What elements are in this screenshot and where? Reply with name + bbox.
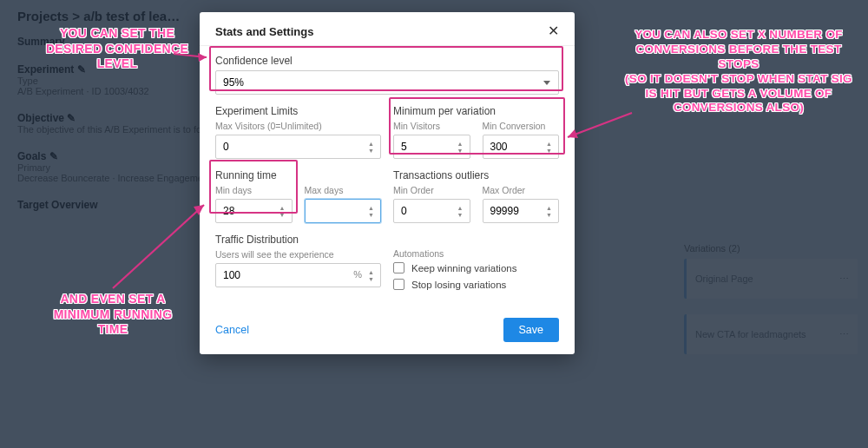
modal-title: Stats and Settings bbox=[215, 25, 313, 38]
save-button[interactable]: Save bbox=[503, 318, 560, 342]
transaction-outliers-label: Transactions outliers bbox=[393, 169, 559, 181]
traffic-distribution-label: Traffic Distribution bbox=[215, 234, 381, 246]
close-button[interactable]: ✕ bbox=[548, 24, 559, 38]
min-conversion-input[interactable] bbox=[483, 135, 560, 159]
annotation-conversions: YOU CAN ALSO SET X NUMBER OF CONVERSIONS… bbox=[621, 28, 856, 115]
keep-winning-label: Keep winning variations bbox=[411, 263, 516, 273]
max-visitors-input[interactable] bbox=[215, 135, 381, 159]
running-time-label: Running time bbox=[215, 169, 381, 181]
confidence-label: Confidence level bbox=[215, 55, 559, 67]
stats-settings-modal: Stats and Settings ✕ Confidence level 95… bbox=[200, 12, 575, 354]
annotation-running-time: AND EVEN SET A MINIMUM RUNNING TIME bbox=[39, 292, 187, 338]
automations-label: Automations bbox=[393, 248, 559, 259]
confidence-select[interactable]: 95% bbox=[215, 70, 559, 95]
stop-losing-label: Stop losing variations bbox=[411, 280, 506, 290]
min-conversion-label: Min Conversion bbox=[483, 121, 560, 131]
max-order-input[interactable] bbox=[483, 199, 560, 223]
min-order-label: Min Order bbox=[393, 185, 470, 195]
close-icon: ✕ bbox=[548, 23, 559, 38]
keep-winning-checkbox[interactable] bbox=[393, 262, 404, 273]
cancel-button[interactable]: Cancel bbox=[215, 324, 249, 336]
experiment-limits-label: Experiment Limits bbox=[215, 105, 381, 117]
traffic-sub: Users will see the experience bbox=[215, 249, 381, 260]
min-days-label: Min days bbox=[215, 185, 293, 195]
annotation-confidence: YOU CAN SET THE DESIRED CONFIDENCE LEVEL bbox=[35, 26, 200, 72]
min-visitors-label: Min Visitors bbox=[393, 121, 470, 131]
max-days-label: Max days bbox=[305, 185, 382, 195]
max-visitors-label: Max Visitors (0=Unlimited) bbox=[215, 121, 381, 131]
stop-losing-checkbox[interactable] bbox=[393, 279, 404, 290]
percent-suffix: % bbox=[353, 269, 362, 280]
min-per-variation-label: Minimum per variation bbox=[393, 105, 559, 117]
min-days-input[interactable] bbox=[215, 199, 293, 223]
min-visitors-input[interactable] bbox=[393, 135, 470, 159]
min-order-input[interactable] bbox=[393, 199, 470, 223]
max-days-input[interactable] bbox=[305, 199, 382, 223]
max-order-label: Max Order bbox=[483, 185, 560, 195]
